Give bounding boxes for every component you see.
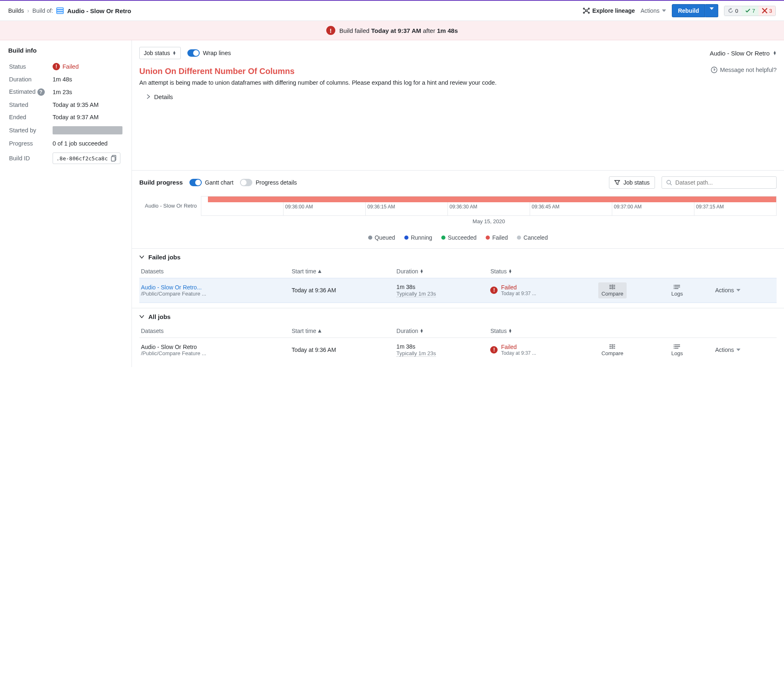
sort-icon: ▲▼ — [508, 269, 512, 273]
compare-button[interactable]: Compare — [598, 282, 627, 298]
col-start[interactable]: Start time — [290, 265, 395, 278]
svg-point-13 — [673, 346, 674, 347]
breadcrumb-label: Build of: — [32, 7, 53, 14]
failed-jobs-toggle[interactable]: Failed jobs — [139, 254, 777, 261]
caret-down-icon — [710, 7, 714, 10]
compare-button[interactable]: Compare — [598, 342, 627, 358]
actions-menu[interactable]: Actions — [641, 7, 666, 14]
compare-icon — [609, 344, 616, 349]
error-body: An attempt is being made to union datafr… — [139, 79, 703, 88]
duration-label: Duration — [9, 74, 52, 85]
wrap-lines-label: Wrap lines — [203, 50, 231, 56]
dataset-search[interactable] — [662, 176, 777, 189]
all-jobs-toggle[interactable]: All jobs — [139, 313, 777, 320]
logs-button[interactable]: Logs — [668, 282, 686, 298]
chip-refresh[interactable]: 0 — [724, 6, 741, 16]
filter-icon — [614, 180, 620, 185]
chip-fail[interactable]: 3 — [759, 6, 775, 16]
help-icon[interactable]: ? — [37, 88, 45, 96]
x-icon — [762, 8, 768, 14]
dot-succeeded — [441, 236, 445, 240]
typical-duration: Typically 1m 23s — [397, 350, 436, 357]
fail-icon: ! — [53, 63, 60, 70]
dot-canceled — [517, 236, 521, 240]
status-cell: ! Failed Today at 9:37 ... — [490, 344, 595, 356]
progress-value: 0 of 1 job succeeded — [53, 138, 122, 149]
col-status[interactable]: Status ▲▼ — [489, 324, 596, 338]
check-icon — [745, 8, 751, 14]
build-progress-title: Build progress — [139, 179, 183, 186]
logs-icon — [673, 344, 681, 349]
col-datasets: Datasets — [139, 265, 290, 278]
col-duration[interactable]: Duration ▲▼ — [395, 265, 489, 278]
progress-label: Progress — [9, 138, 52, 149]
start-time: Today at 9:36 AM — [290, 278, 395, 303]
explore-lineage-button[interactable]: Explore lineage — [583, 7, 635, 14]
dataset-link[interactable]: Audio - Slow Or Retro... — [141, 284, 288, 291]
sort-icon: ▲▼ — [173, 51, 176, 55]
breadcrumb: Builds › Build of: Audio - Slow Or Retro — [8, 7, 583, 14]
rebuild-dropdown[interactable] — [705, 4, 718, 17]
breadcrumb-root[interactable]: Builds — [8, 7, 24, 14]
job-status-filter[interactable]: Job status — [609, 176, 655, 189]
sort-asc-icon — [318, 329, 321, 333]
started-label: Started — [9, 99, 52, 111]
dataset-path: /Public/Compare Feature ... — [141, 350, 288, 356]
caret-down-icon — [736, 289, 740, 291]
rebuild-button[interactable]: Rebuild — [672, 4, 718, 17]
fail-icon: ! — [490, 346, 498, 354]
progress-details-label: Progress details — [256, 179, 297, 186]
gantt-label: Gantt chart — [205, 179, 233, 186]
row-actions[interactable]: Actions — [715, 347, 740, 353]
dot-failed — [486, 236, 490, 240]
wrap-lines-toggle[interactable] — [187, 49, 200, 57]
table-row[interactable]: Audio - Slow Or Retro... /Public/Compare… — [139, 278, 777, 303]
svg-point-10 — [673, 287, 674, 287]
chip-success[interactable]: 7 — [742, 6, 759, 16]
row-actions[interactable]: Actions — [715, 287, 740, 294]
col-start[interactable]: Start time — [290, 324, 395, 338]
gantt-toggle[interactable] — [189, 179, 202, 186]
copy-icon[interactable] — [111, 155, 117, 162]
buildid-label: Build ID — [9, 150, 52, 166]
svg-point-9 — [673, 285, 674, 286]
feedback-icon — [711, 67, 717, 73]
dataset-switcher[interactable]: Audio - Slow Or Retro ▲▼ — [710, 50, 777, 57]
search-icon — [666, 179, 672, 186]
gantt-bar-failed — [208, 196, 776, 202]
search-input[interactable] — [676, 179, 772, 186]
dot-queued — [368, 236, 372, 240]
svg-rect-6 — [111, 157, 115, 161]
svg-point-12 — [673, 344, 674, 345]
svg-point-8 — [667, 180, 671, 184]
chevron-right-icon: › — [27, 7, 29, 14]
startedby-value — [53, 126, 122, 134]
duration-value: 1m 48s — [53, 74, 122, 85]
ended-label: Ended — [9, 111, 52, 123]
status-label: Status — [9, 60, 52, 73]
logs-icon — [673, 284, 681, 290]
alert-banner: ! Build failed Today at 9:37 AM after 1m… — [0, 21, 784, 40]
updown-icon: ▲▼ — [773, 51, 777, 55]
fail-icon: ! — [490, 287, 498, 294]
dataset-name: Audio - Slow Or Retro — [141, 344, 288, 350]
logs-button[interactable]: Logs — [668, 342, 686, 358]
chevron-down-icon — [139, 255, 144, 259]
msg-not-helpful[interactable]: Message not helpful? — [711, 67, 777, 73]
page-title: Audio - Slow Or Retro — [67, 7, 131, 14]
col-status[interactable]: Status ▲▼ — [489, 265, 596, 278]
chevron-down-icon — [139, 315, 144, 318]
status-value: !Failed — [53, 63, 79, 70]
table-row[interactable]: Audio - Slow Or Retro /Public/Compare Fe… — [139, 337, 777, 362]
gantt-date: May 15, 2020 — [139, 216, 777, 230]
estimated-value: 1m 23s — [53, 86, 122, 98]
gantt-ticks: 09:36:00 AM 09:36:15 AM 09:36:30 AM 09:3… — [201, 202, 776, 215]
caret-down-icon — [736, 349, 740, 351]
main: Job status ▲▼ Wrap lines Audio - Slow Or… — [131, 40, 784, 367]
dataset-path: /Public/Compare Feature ... — [141, 291, 288, 297]
lineage-icon — [583, 7, 590, 14]
details-toggle[interactable]: Details — [139, 88, 777, 102]
col-duration[interactable]: Duration ▲▼ — [395, 324, 489, 338]
progress-details-toggle[interactable] — [240, 179, 252, 186]
job-status-selector[interactable]: Job status ▲▼ — [139, 47, 181, 59]
